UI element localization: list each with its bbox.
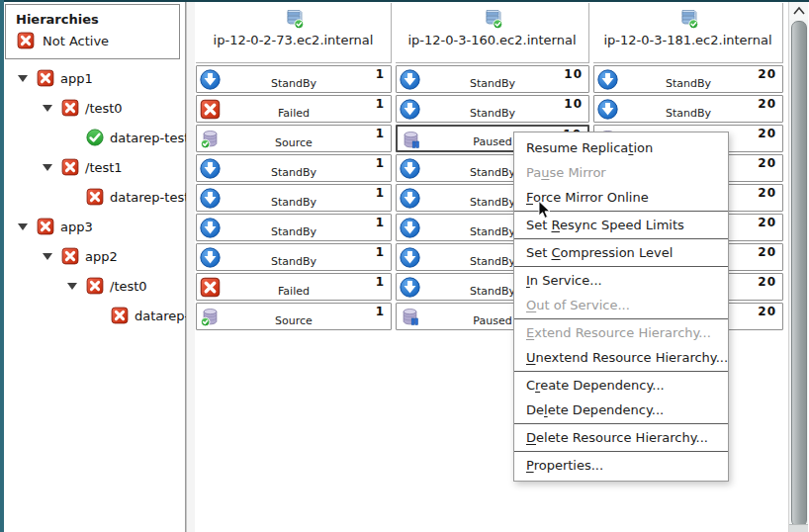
menu-item-create-dependency[interactable]: Create Dependency... bbox=[514, 373, 728, 398]
tree-item-datarep-test1[interactable]: datarep-test1 bbox=[4, 182, 185, 212]
cell-priority-value: 1 bbox=[376, 156, 385, 170]
menu-item-set-compression-level[interactable]: Set Compression Level bbox=[514, 240, 728, 265]
scrollbar-thumb[interactable] bbox=[791, 21, 807, 527]
status-cell-failed-r2c1[interactable]: Failed1 bbox=[196, 95, 392, 123]
cell-priority-value: 1 bbox=[376, 67, 385, 81]
cell-state-label: StandBy bbox=[197, 255, 391, 268]
expander-down-icon[interactable] bbox=[18, 75, 28, 82]
cluster-status-row: Not Active bbox=[6, 27, 179, 49]
expander-down-icon[interactable] bbox=[43, 105, 52, 112]
cluster-status-label: Not Active bbox=[43, 34, 109, 48]
cell-priority-value: 1 bbox=[376, 216, 385, 229]
cell-priority-value: 10 bbox=[564, 67, 583, 81]
expander-down-icon[interactable] bbox=[18, 223, 28, 230]
tree-item-datarep-test0[interactable]: datarep-test0 bbox=[4, 123, 185, 152]
menu-separator bbox=[514, 266, 728, 267]
status-cell-standby-r1c2[interactable]: StandBy10 bbox=[396, 65, 589, 93]
cell-state-label: StandBy bbox=[197, 196, 391, 209]
failed-icon bbox=[86, 277, 104, 295]
cell-priority-value: 20 bbox=[758, 216, 776, 229]
status-cell-standby-r1c1[interactable]: StandBy1 bbox=[196, 65, 392, 93]
expander-down-icon[interactable] bbox=[43, 253, 52, 260]
menu-item-resume-replication[interactable]: Resume Replication bbox=[514, 135, 728, 160]
context-menu: Resume ReplicationPause MirrorForce Mirr… bbox=[513, 132, 729, 482]
tree-item-test0[interactable]: /test0 bbox=[4, 271, 185, 301]
menu-item-out-of-service: Out of Service... bbox=[514, 293, 728, 317]
cell-priority-value: 1 bbox=[376, 245, 385, 259]
cell-priority-value: 20 bbox=[758, 67, 776, 81]
status-cell-standby-r7c1[interactable]: StandBy1 bbox=[196, 243, 392, 271]
cell-priority-value: 20 bbox=[758, 186, 776, 200]
status-cell-source-r3c1[interactable]: Source1 bbox=[196, 125, 392, 152]
tree-item-datarep-test0[interactable]: datarep-test0 bbox=[4, 301, 185, 330]
cell-state-label: StandBy bbox=[197, 166, 391, 179]
tree-item-app2[interactable]: app2 bbox=[4, 241, 185, 271]
status-cell-standby-r1c3[interactable]: StandBy20 bbox=[593, 65, 783, 93]
cell-state-label: StandBy bbox=[594, 107, 782, 120]
failed-icon bbox=[61, 158, 79, 176]
window-top-border bbox=[0, 0, 809, 2]
menu-item-delete-resource-hierarchy[interactable]: Delete Resource Hierarchy... bbox=[514, 425, 728, 450]
tree-item-test1[interactable]: /test1 bbox=[4, 152, 185, 182]
sidebar-title: Hierarchies bbox=[6, 5, 179, 27]
menu-item-in-service[interactable]: In Service... bbox=[514, 268, 728, 293]
status-cell-standby-r4c1[interactable]: StandBy1 bbox=[196, 154, 392, 182]
cell-state-label: StandBy bbox=[197, 225, 391, 238]
expander-down-icon[interactable] bbox=[67, 283, 77, 290]
server-icon bbox=[283, 8, 305, 30]
tree-item-label: /test0 bbox=[110, 279, 147, 294]
server-name: ip-12-0-2-73.ec2.internal bbox=[214, 33, 374, 47]
expander-slot bbox=[67, 283, 86, 290]
status-cell-standby-r6c1[interactable]: StandBy1 bbox=[196, 214, 392, 241]
tree-item-label: app3 bbox=[60, 220, 93, 234]
menu-item-unextend-resource-hierarchy[interactable]: Unextend Resource Hierarchy... bbox=[514, 345, 728, 370]
mouse-cursor bbox=[538, 201, 552, 224]
menu-separator bbox=[514, 451, 728, 452]
server-name: ip-12-0-3-160.ec2.internal bbox=[407, 33, 576, 47]
cell-priority-value: 20 bbox=[758, 305, 776, 318]
cell-state-label: StandBy bbox=[197, 77, 391, 90]
status-cell-source-r9c1[interactable]: Source1 bbox=[196, 303, 392, 330]
tree-item-app1[interactable]: app1 bbox=[4, 63, 185, 93]
ok-icon bbox=[86, 129, 104, 146]
menu-separator bbox=[514, 318, 728, 319]
menu-item-delete-dependency[interactable]: Delete Dependency... bbox=[514, 398, 728, 422]
cell-priority-value: 20 bbox=[758, 275, 776, 289]
not-active-icon bbox=[17, 32, 35, 49]
expander-slot bbox=[43, 105, 61, 112]
tree-item-app3[interactable]: app3 bbox=[4, 212, 185, 241]
hierarchies-sidebar: Hierarchies Not Active app1/test0datarep… bbox=[4, 2, 186, 532]
cell-priority-value: 1 bbox=[376, 275, 385, 289]
app-window: Hierarchies Not Active app1/test0datarep… bbox=[0, 0, 809, 532]
scroll-up-button[interactable] bbox=[789, 2, 808, 20]
expander-slot bbox=[43, 164, 61, 171]
tree-item-label: /test1 bbox=[85, 160, 123, 175]
tree-item-label: /test0 bbox=[85, 101, 123, 116]
scroll-down-button[interactable] bbox=[789, 524, 808, 532]
cell-state-label: Source bbox=[197, 136, 391, 149]
status-cell-standby-r2c3[interactable]: StandBy20 bbox=[593, 95, 783, 123]
status-cell-standby-r5c1[interactable]: StandBy1 bbox=[196, 184, 392, 212]
hierarchy-tree: app1/test0datarep-test0/test1datarep-tes… bbox=[4, 63, 185, 330]
cell-state-label: StandBy bbox=[594, 77, 782, 90]
status-cell-failed-r8c1[interactable]: Failed1 bbox=[196, 273, 392, 301]
cell-priority-value: 1 bbox=[376, 305, 385, 318]
server-header[interactable]: ip-12-0-3-160.ec2.internal bbox=[396, 3, 589, 63]
expander-down-icon[interactable] bbox=[43, 164, 52, 171]
server-header[interactable]: ip-12-0-2-73.ec2.internal bbox=[196, 3, 392, 63]
failed-icon bbox=[86, 188, 104, 206]
vertical-scrollbar[interactable] bbox=[788, 2, 808, 532]
tree-item-test0[interactable]: /test0 bbox=[4, 93, 185, 123]
server-header[interactable]: ip-12-0-3-181.ec2.internal bbox=[593, 3, 783, 63]
menu-separator bbox=[514, 371, 728, 372]
cell-priority-value: 20 bbox=[758, 245, 776, 259]
cell-state-label: Failed bbox=[197, 107, 391, 120]
hierarchies-header: Hierarchies Not Active bbox=[5, 4, 180, 59]
cell-priority-value: 20 bbox=[758, 97, 776, 111]
server-column-ip-12-0-2-73-ec2-internal: ip-12-0-2-73.ec2.internalStandBy1Failed1… bbox=[196, 0, 392, 330]
status-cell-standby-r2c2[interactable]: StandBy10 bbox=[396, 95, 589, 123]
tree-item-label: app1 bbox=[60, 71, 93, 86]
menu-item-properties[interactable]: Properties... bbox=[514, 453, 728, 478]
cell-priority-value: 1 bbox=[376, 186, 385, 200]
cell-priority-value: 20 bbox=[758, 156, 776, 170]
